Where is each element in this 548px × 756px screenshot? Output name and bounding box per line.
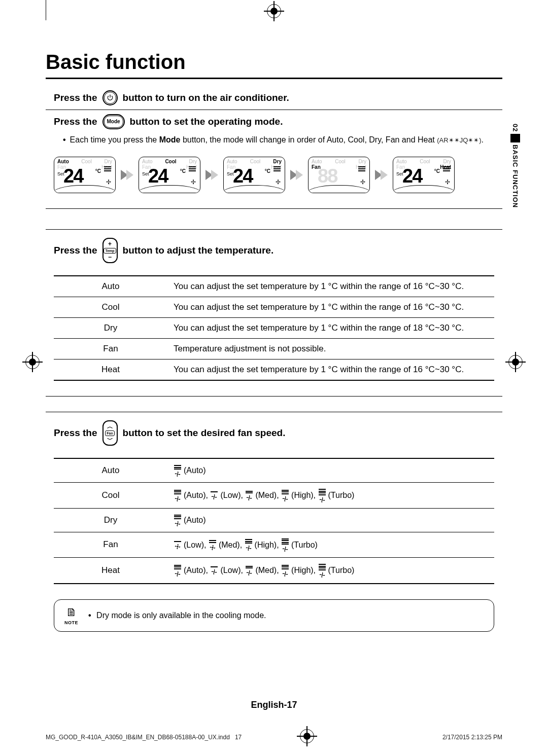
svg-point-12 (214, 571, 215, 573)
step-lead: Press the (54, 427, 97, 439)
mode-note: • Each time you press the Mode button, t… (46, 133, 502, 152)
fan-speed-label: (High) (291, 566, 314, 574)
registration-mark-right (508, 355, 523, 369)
fan-speed-label: (Auto) (184, 491, 206, 499)
step-lead: Press the (54, 92, 97, 103)
fan-speed-icon (174, 541, 182, 551)
mode-desc: Temperature adjustment is not possible. (167, 339, 494, 359)
step-fan: Press the ︿ Fan ﹀ button to set the desi… (46, 412, 502, 450)
mode-note-text: Each time you press the Mode button, the… (70, 135, 484, 145)
table-row: Auto You can adjust the set temperature … (54, 276, 494, 297)
arrow-next-icon (375, 170, 388, 180)
table-row: Auto (Auto) (54, 458, 494, 483)
fan-speeds-cell: (Auto) (167, 508, 494, 532)
fan-speed-label: (Low) (184, 540, 204, 549)
manual-page: 02 BASIC FUNCTION Basic function Press t… (0, 0, 548, 756)
fan-speed-icon (174, 490, 182, 503)
svg-point-3 (249, 497, 250, 499)
registration-mark-bottom (300, 729, 314, 743)
mode-name: Cool (54, 483, 167, 509)
fan-speed-label: (Low) (220, 566, 241, 574)
mode-name: Heat (54, 558, 167, 584)
bullet-icon: • (63, 135, 66, 145)
note-label: NOTE (64, 620, 78, 625)
mode-screen: AutoCoolDryFanHeat24Set°C✢ (54, 157, 116, 193)
table-row: Dry (Auto) (54, 508, 494, 532)
arrow-next-icon (290, 170, 303, 180)
table-row: Heat You can adjust the set temperature … (54, 359, 494, 381)
mode-name: Fan (54, 532, 167, 558)
fan-speed-label: (Med) (255, 491, 277, 499)
mode-screen: AutoCoolDryFanHeat24Set°C✢ (393, 157, 455, 193)
power-icon (107, 94, 114, 101)
mode-name: Dry (54, 318, 167, 339)
power-button-icon (102, 90, 118, 105)
table-row: Fan (Low), (Med), (High), (Turbo) (54, 532, 494, 558)
registration-mark-top (267, 4, 281, 18)
arrow-next-icon (206, 170, 218, 180)
print-footer: MG_GOOD_R-410A_A3050_IB&IM_EN_DB68-05188… (46, 734, 502, 741)
svg-point-2 (214, 496, 215, 498)
fan-speed-icon (318, 489, 326, 504)
mode-name: Heat (54, 359, 167, 381)
step-lead: Press the (54, 245, 97, 256)
fan-speed-icon (281, 565, 289, 578)
fan-speed-icon (281, 538, 289, 554)
fan-speed-label: (High) (255, 540, 277, 549)
step-power: Press the button to turn on the air cond… (46, 86, 502, 110)
step-trail: button to adjust the temperature. (123, 245, 274, 256)
table-row: Cool (Auto), (Low), (Med), (High), (54, 483, 494, 509)
print-footer-timestamp: 2/17/2015 2:13:25 PM (442, 734, 502, 741)
svg-point-1 (177, 498, 179, 499)
temp-button-icon: + Temp − (102, 238, 118, 263)
note-text: • Dry mode is only available in the cool… (88, 611, 266, 620)
section-tab: 02 BASIC FUNCTION (510, 122, 520, 210)
svg-point-7 (177, 546, 179, 547)
fan-speeds-cell: (Auto), (Low), (Med), (High), (Turbo) (167, 558, 494, 584)
fan-speed-icon (318, 564, 326, 579)
fan-speed-label: (Auto) (184, 566, 206, 574)
mode-desc: You can adjust the set temperature by 1 … (167, 359, 494, 381)
fan-speeds-cell: (Auto) (167, 458, 494, 483)
fan-speed-icon (210, 491, 218, 501)
mode-name: Auto (54, 458, 167, 483)
fan-speed-label: (Turbo) (328, 491, 355, 499)
note-icon: 🗎 NOTE (64, 606, 78, 625)
table-row: Heat (Auto), (Low), (Med), (High), (54, 558, 494, 584)
svg-point-9 (248, 548, 249, 549)
fan-speed-label: (Low) (220, 491, 241, 499)
mode-screens-row: AutoCoolDryFanHeat24Set°C✢AutoCoolDryFan… (46, 152, 502, 208)
svg-point-6 (177, 523, 179, 524)
step-trail: button to set the desired fan speed. (123, 427, 286, 439)
section-tab-text: BASIC FUNCTION (510, 142, 520, 210)
svg-point-4 (285, 498, 286, 499)
mode-name: Dry (54, 508, 167, 532)
fan-speed-icon (174, 465, 182, 478)
fan-speed-label: (Auto) (184, 466, 206, 475)
section-tab-marker (510, 134, 520, 142)
fan-speeds-cell: (Low), (Med), (High), (Turbo) (167, 532, 494, 558)
mode-desc: You can adjust the set temperature by 1 … (167, 318, 494, 339)
temp-inc-icon: + (108, 241, 112, 247)
mode-button-label: Mode (104, 116, 123, 128)
section-tab-number: 02 (510, 122, 520, 134)
fan-speed-icon (210, 566, 218, 576)
note-box: 🗎 NOTE • Dry mode is only available in t… (54, 599, 494, 632)
fan-speed-icon (245, 491, 253, 502)
fan-speed-label: (Turbo) (328, 566, 355, 574)
page-footer: English-17 (0, 700, 548, 710)
mode-desc: You can adjust the set temperature by 1 … (167, 297, 494, 318)
step-temp: Press the + Temp − button to adjust the … (46, 230, 502, 267)
mode-name: Auto (54, 276, 167, 297)
mode-screen: AutoCoolDryFanHeat24Set°C✢ (223, 157, 285, 193)
fan-speeds-cell: (Auto), (Low), (Med), (High), (Turbo) (167, 483, 494, 509)
step-trail: button to set the operating mode. (130, 116, 283, 127)
arrow-next-icon (121, 170, 133, 180)
step-lead: Press the (54, 116, 97, 127)
fan-speed-label: (Turbo) (291, 540, 318, 549)
mode-screen: AutoCoolDryFanHeat88✢ (308, 157, 370, 193)
page-title: Basic function (46, 51, 502, 74)
svg-point-14 (285, 573, 286, 574)
fan-speed-table: Auto (Auto)Cool (Auto), (Low), (54, 458, 494, 584)
registration-mark-left (25, 355, 40, 369)
